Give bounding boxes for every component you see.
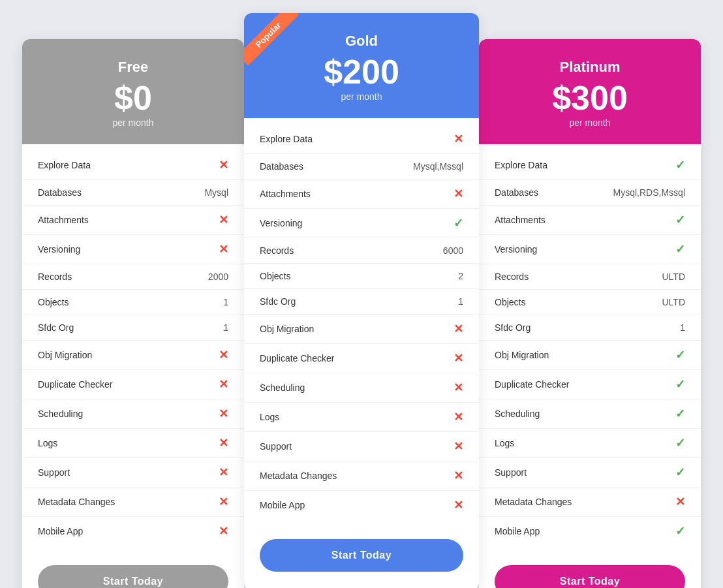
cross-icon: ✕	[219, 407, 228, 421]
feature-value: ULTD	[662, 271, 685, 282]
feature-label: Databases	[495, 187, 538, 198]
feature-row: Logs ✕	[22, 429, 244, 458]
platinum-start-button[interactable]: Start Today	[495, 565, 685, 588]
cross-icon: ✕	[454, 498, 463, 512]
feature-row: Mobile App ✓	[479, 517, 701, 546]
plan-card-platinum: Platinum $300 per month Explore Data ✓ D…	[479, 39, 701, 588]
feature-row: Attachments ✓	[479, 206, 701, 235]
plan-card-gold: Gold $200 per month Explore Data ✕ Datab…	[244, 13, 479, 588]
feature-label: Metadata Changes	[38, 497, 115, 507]
cross-icon: ✕	[219, 242, 228, 256]
feature-value: 2000	[208, 271, 228, 282]
feature-row: Explore Data ✕	[244, 125, 479, 154]
feature-label: Mobile App	[38, 526, 83, 536]
cross-icon: ✕	[454, 380, 463, 395]
feature-label: Versioning	[38, 244, 80, 255]
free-header: Free $0 per month	[22, 39, 244, 144]
feature-row: Versioning ✕	[22, 235, 244, 264]
feature-value: 1	[223, 322, 228, 333]
features-list: Explore Data ✕ Databases Mysql,Mssql Att…	[244, 118, 479, 526]
feature-label: Explore Data	[495, 160, 547, 170]
feature-label: Records	[495, 271, 529, 282]
feature-label: Support	[260, 441, 292, 452]
platinum-header: Platinum $300 per month	[479, 39, 701, 144]
feature-row: Versioning ✓	[244, 209, 479, 238]
feature-row: Logs ✓	[479, 429, 701, 458]
feature-label: Attachments	[495, 215, 546, 225]
feature-label: Obj Migration	[495, 350, 549, 360]
feature-label: Attachments	[260, 189, 311, 199]
check-icon: ✓	[675, 465, 685, 480]
feature-row: Scheduling ✕	[244, 373, 479, 403]
feature-label: Explore Data	[260, 134, 313, 144]
feature-row: Records 2000	[22, 264, 244, 290]
feature-label: Sfdc Org	[38, 322, 74, 333]
features-list: Explore Data ✓ Databases Mysql,RDS,Mssql…	[479, 144, 701, 552]
cross-icon: ✕	[219, 436, 228, 450]
check-icon: ✓	[675, 242, 685, 256]
free-footer: Start Today	[22, 552, 244, 588]
popular-badge	[244, 13, 303, 72]
feature-label: Mobile App	[495, 526, 540, 536]
feature-label: Versioning	[495, 244, 537, 255]
feature-label: Metadata Changes	[495, 497, 572, 507]
feature-label: Logs	[495, 438, 514, 448]
feature-label: Obj Migration	[38, 350, 92, 360]
feature-label: Support	[495, 467, 527, 478]
feature-row: Databases Mysql	[22, 180, 244, 206]
check-icon: ✓	[675, 436, 685, 450]
feature-row: Scheduling ✕	[22, 399, 244, 429]
check-icon: ✓	[675, 348, 685, 362]
feature-row: Sfdc Org 1	[22, 315, 244, 341]
feature-label: Attachments	[38, 215, 89, 225]
free-start-button[interactable]: Start Today	[38, 565, 228, 588]
feature-label: Sfdc Org	[495, 322, 531, 333]
feature-label: Records	[38, 271, 72, 282]
cross-icon: ✕	[454, 351, 463, 365]
check-icon: ✓	[454, 216, 463, 230]
feature-row: Explore Data ✓	[479, 151, 701, 180]
cross-icon: ✕	[219, 377, 228, 392]
feature-label: Objects	[38, 297, 69, 307]
feature-value: 1	[223, 297, 228, 307]
check-icon: ✓	[675, 524, 685, 538]
feature-label: Metadata Changes	[260, 471, 337, 481]
feature-row: Mobile App ✕	[22, 517, 244, 546]
feature-label: Objects	[495, 297, 525, 307]
free-name: Free	[35, 59, 231, 76]
free-period: per month	[35, 117, 231, 128]
feature-row: Sfdc Org 1	[479, 315, 701, 341]
platinum-price: $300	[492, 81, 688, 115]
cross-icon: ✕	[219, 465, 228, 480]
feature-label: Scheduling	[38, 409, 83, 419]
feature-row: Duplicate Checker ✕	[22, 370, 244, 399]
feature-row: Support ✕	[244, 432, 479, 461]
platinum-period: per month	[492, 117, 688, 128]
feature-row: Logs ✕	[244, 403, 479, 432]
feature-label: Explore Data	[38, 160, 91, 170]
feature-row: Support ✓	[479, 458, 701, 487]
feature-row: Versioning ✓	[479, 235, 701, 264]
feature-row: Databases Mysql,RDS,Mssql	[479, 180, 701, 206]
feature-label: Versioning	[260, 218, 302, 228]
feature-value: Mysql,RDS,Mssql	[613, 187, 685, 198]
cross-icon: ✕	[454, 410, 463, 424]
feature-label: Duplicate Checker	[260, 353, 334, 364]
feature-row: Attachments ✕	[244, 179, 479, 209]
check-icon: ✓	[675, 213, 685, 227]
gold-start-button[interactable]: Start Today	[260, 539, 463, 572]
feature-label: Logs	[38, 438, 57, 448]
feature-value: 1	[458, 296, 463, 307]
feature-value: ULTD	[662, 297, 685, 307]
feature-row: Sfdc Org 1	[244, 289, 479, 315]
feature-value: 2	[458, 271, 463, 281]
cross-icon: ✕	[454, 187, 463, 201]
check-icon: ✓	[675, 158, 685, 172]
feature-row: Records ULTD	[479, 264, 701, 290]
cross-icon: ✕	[219, 495, 228, 509]
cross-icon: ✕	[219, 524, 228, 538]
feature-value: Mysql	[204, 187, 228, 198]
feature-value: 6000	[443, 245, 463, 256]
feature-row: Support ✕	[22, 458, 244, 487]
cross-icon: ✕	[454, 469, 463, 483]
